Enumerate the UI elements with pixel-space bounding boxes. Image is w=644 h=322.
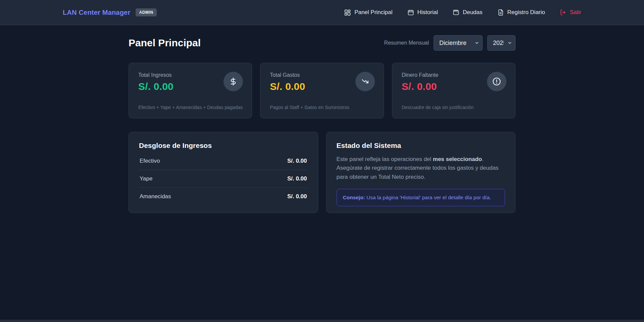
stat-description: Pagos al Staff + Gatos en Suministros (270, 105, 349, 110)
calendar-icon (407, 9, 414, 16)
stat-description: Efectivo + Yape + Amanecidas + Deudas pa… (138, 105, 243, 110)
nav-item-label: Historial (417, 9, 438, 16)
nav-item-label: Registro Diario (507, 9, 545, 16)
wallet-icon (453, 9, 459, 16)
system-status-paragraph: Este panel refleja las operaciones del m… (337, 155, 505, 181)
breakdown-row-amanecidas: Amanecidas S/. 0.00 (139, 188, 308, 205)
nav-item-label: Deudas (463, 9, 483, 16)
stats-row: Total Ingresos S/. 0.00 Efectivo + Yape … (129, 63, 515, 118)
tip-label: Consejo: (343, 195, 365, 200)
nav-item-label: Panel Principal (354, 9, 392, 16)
month-filter-controls: Resumen Mensual Diciembre 2025 (384, 35, 515, 51)
stat-card-total-gastos: Total Gastos S/. 0.00 Pagos al Staff + G… (260, 63, 384, 118)
nav-item-salir[interactable]: Salir (560, 9, 581, 16)
alert-circle-icon (487, 72, 506, 91)
breakdown-label: Efectivo (140, 158, 160, 164)
breakdown-value: S/. 0.00 (287, 193, 307, 200)
breakdown-label: Amanecidas (140, 193, 171, 200)
main-navigation: Panel Principal Historial (344, 9, 581, 16)
dashboard-grid-icon (344, 9, 351, 16)
nav-item-deudas[interactable]: Deudas (453, 9, 483, 16)
tip-text: Usa la página 'Historial' para ver el de… (365, 195, 491, 200)
breakdown-label: Yape (140, 175, 152, 182)
income-breakdown-card: Desglose de Ingresos Efectivo S/. 0.00 Y… (129, 132, 318, 213)
filter-label: Resumen Mensual (384, 40, 429, 46)
breakdown-value: S/. 0.00 (287, 175, 307, 182)
logout-icon (560, 9, 566, 16)
admin-role-badge: ADMIN (136, 8, 156, 16)
trending-down-icon (355, 72, 375, 91)
stat-card-dinero-faltante: Dinero Faltante S/. 0.00 Descuadre de ca… (392, 63, 515, 118)
page-title: Panel Principal (129, 37, 201, 49)
panel-title: Estado del Sistema (337, 142, 505, 150)
app-brand[interactable]: LAN Center Manager (63, 9, 130, 16)
main-content: Panel Principal Resumen Mensual Diciembr… (129, 25, 515, 213)
nav-item-historial[interactable]: Historial (407, 9, 438, 16)
breakdown-row-yape: Yape S/. 0.00 (139, 170, 308, 188)
nav-item-label: Salir (570, 9, 581, 16)
nav-item-panel-principal[interactable]: Panel Principal (344, 9, 392, 16)
nav-item-registro-diario[interactable]: Registro Diario (497, 9, 545, 16)
top-navbar: LAN Center Manager ADMIN Panel Principal (0, 0, 644, 25)
tip-box: Consejo: Usa la página 'Historial' para … (337, 189, 505, 206)
document-icon (497, 9, 504, 16)
system-status-card: Estado del Sistema Este panel refleja la… (326, 132, 516, 213)
dollar-icon (224, 72, 243, 91)
stat-card-total-ingresos: Total Ingresos S/. 0.00 Efectivo + Yape … (129, 63, 252, 118)
horizontal-scrollbar[interactable] (0, 320, 644, 322)
panel-title: Desglose de Ingresos (139, 142, 308, 150)
bottom-row: Desglose de Ingresos Efectivo S/. 0.00 Y… (129, 132, 515, 213)
stat-description: Descuadre de caja sin justificación (402, 105, 474, 110)
year-select[interactable]: 2025 (487, 35, 515, 51)
month-select[interactable]: Diciembre (434, 35, 483, 51)
breakdown-value: S/. 0.00 (287, 158, 307, 164)
breakdown-row-efectivo: Efectivo S/. 0.00 (139, 152, 308, 170)
